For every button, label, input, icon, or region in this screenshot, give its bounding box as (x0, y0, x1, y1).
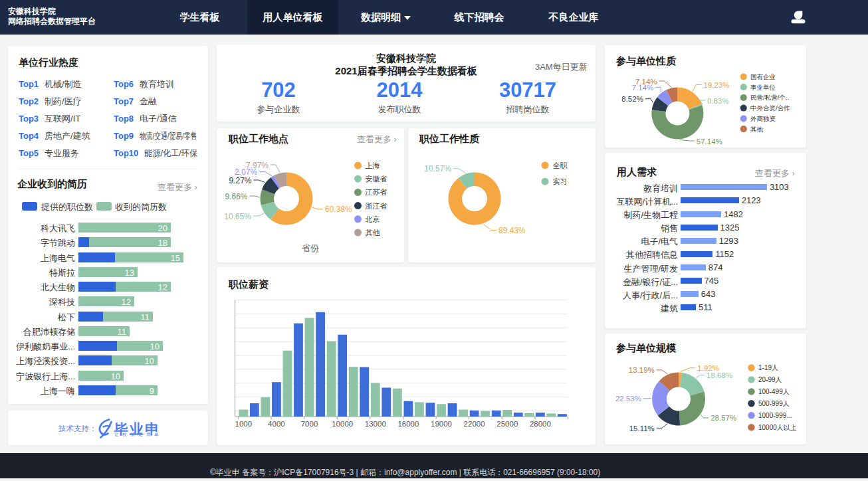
svg-text:其他: 其他 (750, 126, 764, 133)
svg-text:100-499人: 100-499人 (758, 388, 790, 395)
svg-text:20-99人: 20-99人 (758, 376, 782, 383)
svg-text:浙江省: 浙江省 (366, 202, 387, 210)
svg-text:22.53%: 22.53% (615, 395, 641, 403)
svg-text:13.19%: 13.19% (629, 366, 655, 374)
svg-text:8.52%: 8.52% (621, 95, 643, 103)
svg-text:7000: 7000 (301, 420, 318, 428)
svg-text:实习: 实习 (553, 177, 568, 185)
svg-text:中外合资/合作: 中外合资/合作 (750, 104, 790, 112)
svg-text:7.14%: 7.14% (635, 78, 657, 86)
svg-text:57.14%: 57.14% (697, 138, 722, 145)
svg-text:9.27%: 9.27% (229, 176, 251, 185)
svg-text:9.66%: 9.66% (225, 192, 247, 201)
svg-text:16000: 16000 (397, 420, 419, 428)
svg-text:安徽省: 安徽省 (366, 175, 387, 183)
svg-text:15.11%: 15.11% (629, 425, 655, 433)
svg-text:1-19人: 1-19人 (758, 364, 778, 371)
svg-text:省份: 省份 (302, 243, 319, 253)
svg-text:500-999人: 500-999人 (758, 400, 790, 407)
svg-text:10.65%: 10.65% (224, 212, 251, 221)
svg-text:江苏省: 江苏省 (365, 188, 387, 196)
svg-text:25000: 25000 (496, 420, 518, 428)
svg-text:0.83%: 0.83% (707, 97, 729, 105)
svg-text:其他: 其他 (366, 229, 380, 237)
svg-text:1000: 1000 (235, 420, 253, 428)
svg-text:22000: 22000 (464, 420, 485, 428)
svg-text:19000: 19000 (431, 420, 452, 428)
svg-text:28000: 28000 (530, 420, 551, 428)
svg-text:10.57%: 10.57% (424, 164, 451, 173)
svg-text:10000人以上: 10000人以上 (758, 424, 797, 431)
svg-text:18.68%: 18.68% (706, 371, 732, 379)
svg-text:事业单位: 事业单位 (750, 84, 776, 91)
svg-text:全职: 全职 (553, 161, 568, 169)
svg-text:外商独资: 外商独资 (750, 115, 776, 122)
svg-text:上海: 上海 (366, 161, 380, 169)
svg-text:89.43%: 89.43% (498, 226, 526, 235)
svg-text:北京: 北京 (365, 215, 380, 223)
svg-text:国有企业: 国有企业 (750, 73, 776, 80)
svg-text:7.97%: 7.97% (246, 161, 269, 170)
svg-text:4000: 4000 (268, 420, 285, 428)
svg-text:1000-999...: 1000-999... (758, 412, 792, 419)
svg-text:民营/私营/个..: 民营/私营/个.. (750, 94, 789, 101)
svg-text:13000: 13000 (365, 420, 386, 428)
svg-text:10000: 10000 (332, 420, 353, 428)
svg-text:19.23%: 19.23% (704, 81, 730, 89)
svg-text:28.57%: 28.57% (710, 414, 736, 422)
svg-text:60.38%: 60.38% (325, 205, 352, 214)
